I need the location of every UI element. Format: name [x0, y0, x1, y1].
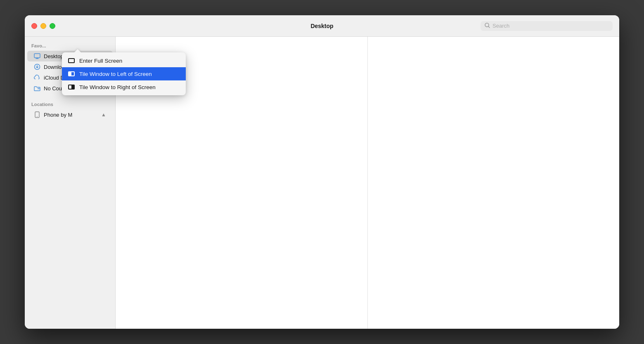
- cloud-icon: [34, 74, 40, 81]
- column-divider: [367, 37, 368, 329]
- menu-item-fullscreen-label: Enter Full Screen: [79, 58, 122, 64]
- maximize-button[interactable]: [50, 23, 55, 29]
- popover-arrow: [74, 49, 81, 52]
- favorites-label: Favo...: [25, 43, 115, 51]
- svg-line-1: [488, 26, 490, 28]
- svg-point-9: [37, 116, 38, 117]
- eject-icon[interactable]: ▲: [101, 112, 106, 118]
- folder-badge-icon: [34, 85, 40, 92]
- context-menu: Enter Full Screen Tile Window to Left of…: [62, 52, 186, 95]
- close-button[interactable]: [31, 23, 37, 29]
- menu-item-tile-left-label: Tile Window to Left of Screen: [79, 71, 152, 77]
- minimize-button[interactable]: [40, 23, 46, 29]
- sidebar-item-desktop-label: Desktop: [44, 53, 64, 59]
- fullscreen-icon: [68, 57, 75, 64]
- titlebar: Desktop Search: [25, 15, 619, 37]
- downloads-icon: [34, 64, 40, 70]
- sidebar-item-phone-label: Phone by M: [44, 112, 72, 118]
- menu-item-tile-right[interactable]: Tile Window to Right of Screen: [62, 80, 186, 94]
- menu-item-tile-right-label: Tile Window to Right of Screen: [79, 84, 156, 90]
- svg-rect-7: [38, 88, 40, 90]
- traffic-lights: [25, 23, 55, 29]
- menu-item-tile-left[interactable]: Tile Window to Left of Screen: [62, 67, 186, 80]
- phone-icon: [34, 111, 40, 118]
- search-icon: [485, 23, 490, 29]
- locations-section: Locations Phone by M ▲: [25, 102, 115, 120]
- search-bar[interactable]: Search: [481, 21, 613, 31]
- tile-left-icon: [68, 70, 75, 78]
- locations-label: Locations: [25, 102, 115, 109]
- window-title: Desktop: [310, 23, 333, 29]
- monitor-icon: [34, 53, 40, 59]
- tile-right-icon: [68, 83, 75, 91]
- svg-rect-2: [34, 54, 40, 58]
- menu-item-fullscreen[interactable]: Enter Full Screen: [62, 54, 186, 67]
- main-pane: [116, 37, 619, 329]
- sidebar-item-phone[interactable]: Phone by M ▲: [27, 109, 113, 120]
- search-bar-container: Search: [481, 21, 619, 31]
- finder-window: Desktop Search Favo...: [25, 15, 619, 329]
- search-placeholder: Search: [492, 23, 608, 29]
